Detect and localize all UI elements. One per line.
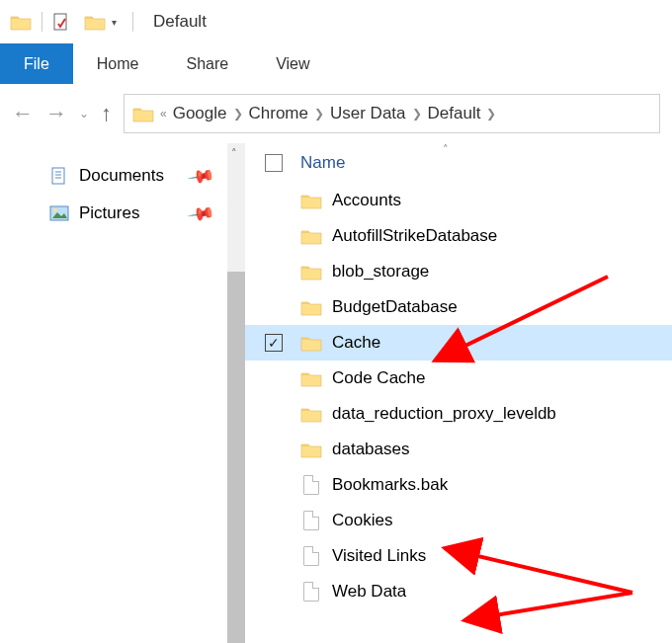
- chevron-right-icon[interactable]: ❯: [314, 107, 324, 121]
- chevron-right-icon[interactable]: ❯: [412, 107, 422, 121]
- sidebar-item-label: Documents: [79, 166, 164, 186]
- file-name: Accounts: [332, 191, 401, 210]
- file-row[interactable]: Cookies: [245, 503, 672, 538]
- documents-icon: [49, 167, 69, 185]
- folder-icon: [300, 441, 322, 458]
- pictures-icon: [49, 204, 69, 222]
- sort-indicator-icon: ˄: [443, 143, 449, 156]
- folder-icon[interactable]: [84, 13, 106, 31]
- file-row[interactable]: blob_storage: [245, 254, 672, 289]
- file-icon: [300, 546, 322, 566]
- breadcrumb[interactable]: Chrome: [249, 104, 308, 123]
- tab-file[interactable]: File: [0, 43, 73, 84]
- file-row[interactable]: Cache: [245, 325, 672, 361]
- svg-point-7: [53, 208, 57, 212]
- scroll-up-icon[interactable]: ˄: [231, 147, 237, 160]
- file-name: Web Data: [332, 582, 406, 602]
- file-name: Code Cache: [332, 368, 426, 388]
- row-checkbox[interactable]: [265, 334, 283, 352]
- breadcrumb[interactable]: User Data: [330, 104, 406, 123]
- address-bar[interactable]: « Google ❯ Chrome ❯ User Data ❯ Default …: [124, 94, 660, 133]
- file-name: AutofillStrikeDatabase: [332, 226, 497, 246]
- up-icon[interactable]: ↑: [101, 101, 112, 126]
- file-name: BudgetDatabase: [332, 297, 458, 317]
- sidebar-scrollbar[interactable]: ˄: [227, 143, 245, 643]
- file-row[interactable]: Web Data: [245, 574, 672, 609]
- chevron-right-icon[interactable]: ❯: [233, 107, 243, 121]
- folder-icon: [10, 13, 32, 31]
- svg-rect-1: [52, 168, 64, 184]
- sidebar-item-documents[interactable]: Documents 📌: [0, 157, 227, 195]
- chevron-right-icon[interactable]: «: [160, 107, 167, 121]
- folder-icon: [300, 334, 322, 352]
- file-row[interactable]: BudgetDatabase: [245, 289, 672, 325]
- file-row[interactable]: data_reduction_proxy_leveldb: [245, 396, 672, 432]
- titlebar: ▾ Default: [0, 0, 672, 43]
- file-name: Cache: [332, 333, 380, 353]
- chevron-right-icon[interactable]: ❯: [486, 107, 496, 121]
- file-row[interactable]: Code Cache: [245, 361, 672, 396]
- file-name: Cookies: [332, 511, 392, 530]
- pin-icon[interactable]: 📌: [186, 161, 216, 192]
- properties-icon[interactable]: [52, 13, 70, 31]
- file-listing: Name ˄ AccountsAutofillStrikeDatabaseblo…: [245, 143, 672, 643]
- breadcrumb[interactable]: Default: [428, 104, 481, 123]
- navigation-toolbar: ← → ⌄ ↑ « Google ❯ Chrome ❯ User Data ❯ …: [0, 84, 672, 143]
- folder-icon: [132, 105, 154, 122]
- window-title: Default: [153, 12, 207, 32]
- file-name: blob_storage: [332, 262, 429, 281]
- folder-icon: [300, 298, 322, 316]
- navigation-pane: Documents 📌 Pictures 📌: [0, 143, 227, 643]
- folder-icon: [300, 369, 322, 387]
- tab-view[interactable]: View: [252, 43, 333, 84]
- file-row[interactable]: AutofillStrikeDatabase: [245, 218, 672, 254]
- file-row[interactable]: Bookmarks.bak: [245, 467, 672, 503]
- file-icon: [300, 582, 322, 602]
- separator: [132, 12, 133, 32]
- file-name: databases: [332, 440, 409, 459]
- forward-icon[interactable]: →: [45, 101, 67, 126]
- main-area: Documents 📌 Pictures 📌 ˄ Name ˄ Accounts…: [0, 143, 672, 643]
- folder-icon: [300, 192, 322, 209]
- back-icon[interactable]: ←: [12, 101, 34, 126]
- select-all-checkbox[interactable]: [265, 154, 283, 172]
- sidebar-item-pictures[interactable]: Pictures 📌: [0, 195, 227, 232]
- file-name: Bookmarks.bak: [332, 475, 448, 495]
- ribbon-tabs: File Home Share View: [0, 43, 672, 84]
- pin-icon[interactable]: 📌: [186, 199, 216, 229]
- tab-home[interactable]: Home: [73, 43, 163, 84]
- folder-icon: [300, 405, 322, 423]
- separator: [42, 12, 42, 32]
- file-row[interactable]: databases: [245, 432, 672, 467]
- tab-share[interactable]: Share: [162, 43, 252, 84]
- chevron-down-icon[interactable]: ▾: [112, 17, 117, 28]
- folder-icon: [300, 227, 322, 245]
- column-header-name[interactable]: Name: [300, 153, 345, 173]
- file-row[interactable]: Visited Links: [245, 538, 672, 574]
- file-row[interactable]: Accounts: [245, 183, 672, 218]
- recent-locations-icon[interactable]: ⌄: [79, 107, 89, 121]
- file-name: Visited Links: [332, 546, 426, 566]
- file-icon: [300, 475, 322, 495]
- breadcrumb[interactable]: Google: [173, 104, 227, 123]
- folder-icon: [300, 263, 322, 281]
- file-name: data_reduction_proxy_leveldb: [332, 404, 556, 424]
- scrollbar-thumb[interactable]: [227, 272, 245, 643]
- file-icon: [300, 511, 322, 530]
- column-header-row: Name ˄: [245, 143, 672, 183]
- sidebar-item-label: Pictures: [79, 203, 139, 223]
